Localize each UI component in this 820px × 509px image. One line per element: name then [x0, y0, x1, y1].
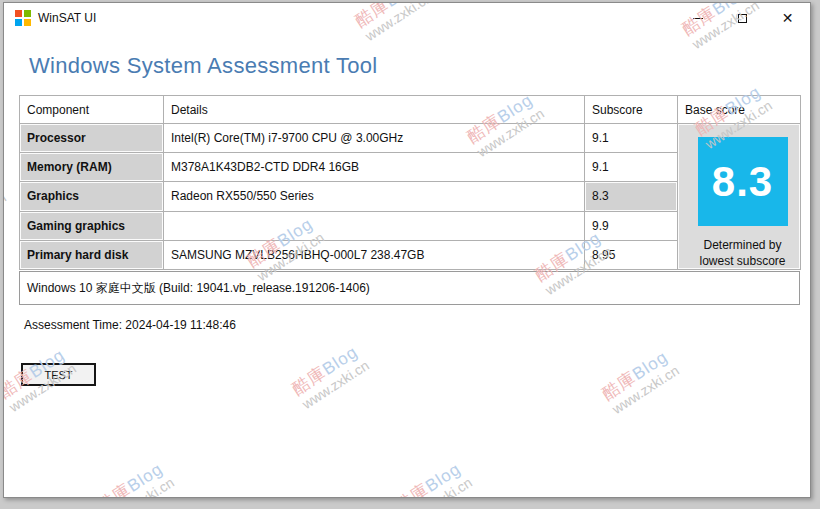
subscore-cell: 8.95 — [585, 240, 678, 269]
watermark: 酷庫Blog www.zxki.cn — [392, 434, 512, 498]
maximize-icon — [738, 14, 747, 23]
column-header-component: Component — [20, 96, 164, 124]
base-score-note-line1: Determined by — [685, 237, 800, 253]
table-header-row: Component Details Subscore Base score — [20, 96, 801, 124]
base-score-note: Determined by lowest subscore — [685, 237, 800, 269]
assessment-table: Component Details Subscore Base score Pr… — [19, 95, 801, 270]
column-header-base-score: Base score — [678, 96, 801, 124]
title-bar: WinSAT UI ✕ — [4, 3, 810, 33]
watermark-brand-cn: 酷庫 — [599, 368, 640, 404]
component-cell: Gaming graphics — [20, 211, 164, 240]
table-row: Processor Intel(R) Core(TM) i7-9700 CPU … — [20, 124, 801, 153]
component-cell: Memory (RAM) — [20, 153, 164, 182]
component-cell: Primary hard disk — [20, 240, 164, 269]
watermark-brand-en: Blog — [422, 459, 464, 496]
minimize-button[interactable] — [675, 3, 720, 33]
watermark-url: www.zxki.cn — [104, 450, 214, 498]
assessment-time: Assessment Time: 2024-04-19 11:48:46 — [24, 318, 236, 332]
subscore-cell: 9.1 — [585, 124, 678, 153]
page-title: Windows System Assessment Tool — [29, 52, 378, 80]
close-icon: ✕ — [782, 11, 794, 25]
watermark-brand-cn: 酷庫 — [94, 480, 135, 498]
component-cell: Graphics — [20, 182, 164, 211]
watermark: 酷庫Blog www.zxki.cn — [94, 434, 214, 498]
component-cell: Processor — [20, 124, 164, 153]
window-title: WinSAT UI — [38, 3, 96, 33]
subscore-cell: 9.9 — [585, 211, 678, 240]
os-info-box: Windows 10 家庭中文版 (Build: 19041.vb_releas… — [19, 271, 800, 305]
watermark-brand-en: Blog — [319, 342, 361, 379]
close-button[interactable]: ✕ — [765, 3, 810, 33]
details-cell: Radeon RX550/550 Series — [164, 182, 585, 211]
windows-logo-icon — [15, 10, 31, 26]
watermark-brand-en: Blog — [629, 347, 671, 384]
watermark-brand-en: Blog — [124, 459, 166, 496]
base-score-cell: 8.3 Determined by lowest subscore — [678, 124, 801, 270]
test-button[interactable]: TEST — [21, 363, 96, 386]
watermark: 酷庫Blog www.zxki.cn — [289, 317, 409, 413]
window-controls: ✕ — [675, 3, 810, 33]
details-cell: SAMSUNG MZVLB256HBHQ-000L7 238.47GB — [164, 240, 585, 269]
watermark-url: www.zxki.cn — [609, 338, 719, 418]
watermark-brand-cn: 酷庫 — [289, 363, 330, 399]
app-window: WinSAT UI ✕ Windows System Assessment To… — [3, 2, 811, 498]
details-cell: M378A1K43DB2-CTD DDR4 16GB — [164, 153, 585, 182]
column-header-details: Details — [164, 96, 585, 124]
watermark-url: www.zxki.cn — [402, 450, 512, 498]
os-info-text: Windows 10 家庭中文版 (Build: 19041.vb_releas… — [27, 281, 370, 295]
base-score-note-line2: lowest subscore — [685, 253, 800, 269]
subscore-cell: 9.1 — [585, 153, 678, 182]
watermark-brand-cn: 酷庫 — [392, 480, 433, 498]
base-score-value: 8.3 — [698, 137, 788, 226]
watermark: 酷庫Blog www.zxki.cn — [599, 322, 719, 418]
watermark-url: www.zxki.cn — [299, 333, 409, 413]
details-cell — [164, 211, 585, 240]
minimize-icon — [693, 18, 703, 19]
details-cell: Intel(R) Core(TM) i7-9700 CPU @ 3.00GHz — [164, 124, 585, 153]
maximize-button[interactable] — [720, 3, 765, 33]
subscore-cell-lowest: 8.3 — [585, 182, 678, 211]
column-header-subscore: Subscore — [585, 96, 678, 124]
